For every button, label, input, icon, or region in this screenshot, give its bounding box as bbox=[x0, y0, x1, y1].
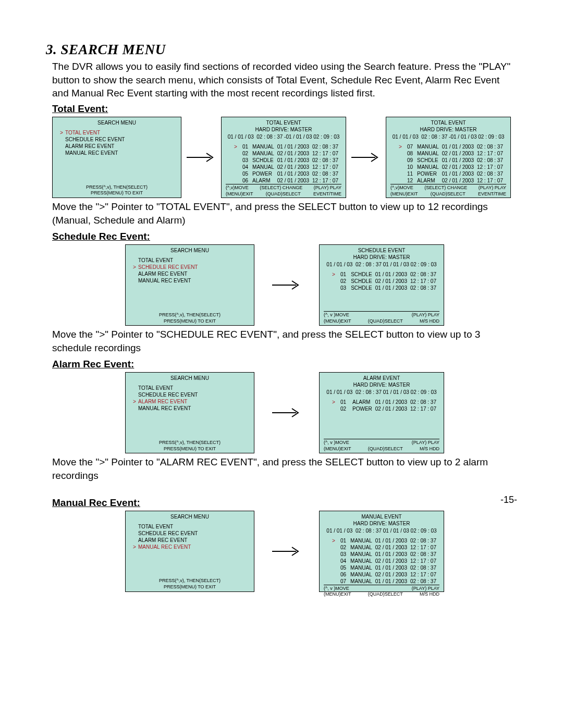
footer-cell: (^, v )MOVE bbox=[324, 586, 349, 592]
arrow-right-icon bbox=[350, 151, 382, 164]
search-menu-screen-total: SEARCH MENU >TOTAL EVENT SCHEDULE REC EV… bbox=[52, 117, 181, 198]
event-row: 11POWER01 / 01 / 200302 : 08 : 37 bbox=[399, 170, 506, 177]
menu-item: ALARM REC EVENT bbox=[133, 537, 250, 544]
search-menu-screen-alarm: SEARCH MENU TOTAL EVENT SCHEDULE REC EVE… bbox=[125, 372, 254, 453]
arrow-right-icon bbox=[186, 151, 217, 164]
screen-title: SEARCH MENU bbox=[130, 513, 250, 520]
footer-cell: M/S HDD bbox=[420, 446, 439, 452]
event-row: 02MANUAL02 / 01 / 200312 : 17 : 07 bbox=[332, 544, 439, 551]
footer-cell: (MENU)EXIT bbox=[226, 191, 253, 198]
range-end: 02 : 08 : 37 01 / 01 / 03 02 : 09 : 03 bbox=[356, 528, 437, 534]
intro-text: The DVR allows you to easily find sectio… bbox=[52, 60, 517, 100]
search-menu-screen-manual: SEARCH MENU TOTAL EVENT SCHEDULE REC EVE… bbox=[125, 511, 254, 592]
event-row: 02POWER02 / 01 / 200312 : 17 : 07 bbox=[332, 405, 439, 412]
event-row: 12ALARM02 / 01 / 200312 : 17 : 07 bbox=[399, 177, 506, 184]
section-title: 3. SEARCH MENU bbox=[46, 42, 517, 58]
event-row: 03SCHDLE01 / 01 / 200302 : 08 : 37 bbox=[332, 285, 439, 291]
heading-schedule: Schedule Rec Event: bbox=[52, 231, 517, 242]
footer-cell: (^, v )MOVE bbox=[324, 312, 349, 318]
menu-item: MANUAL REC EVENT bbox=[133, 277, 250, 284]
heading-total: Total Event: bbox=[52, 103, 517, 115]
event-row: 06MANUAL02 / 01 / 200312 : 17 : 07 bbox=[332, 571, 439, 578]
screen-title: ALARM EVENT bbox=[324, 375, 439, 381]
footer-cell: (PLAY) PLAY bbox=[314, 185, 341, 191]
event-table: >01SCHDLE01 / 01 / 200302 : 08 : 3702SCH… bbox=[332, 271, 439, 291]
screen-title: SEARCH MENU bbox=[130, 247, 250, 254]
event-row: >07MANUAL01 / 01 / 200302 : 08 : 37 bbox=[399, 143, 506, 150]
footer-cell: (SELECT) CHANGE bbox=[424, 185, 467, 191]
hard-drive-label: HARD DRIVE: MASTER bbox=[324, 254, 439, 261]
event-row: >01ALARM01 / 01 / 200302 : 08 : 37 bbox=[332, 399, 439, 405]
event-table: >01MANUAL01 / 01 / 200302 : 08 : 3702MAN… bbox=[332, 537, 439, 585]
footer-cell: (PLAY) PLAY bbox=[412, 312, 439, 318]
screen-title: SEARCH MENU bbox=[130, 375, 250, 381]
footer-cell: (QUAD)SELECT bbox=[266, 191, 301, 198]
footer-cell: (^,v)MOVE bbox=[390, 185, 413, 191]
total-event-screen-2: TOTAL EVENT HARD DRIVE: MASTER 01 / 01 /… bbox=[386, 117, 511, 198]
hard-drive-label: HARD DRIVE: MASTER bbox=[226, 126, 341, 133]
footer-cell: (QUAD)SELECT bbox=[368, 446, 403, 452]
screen-title: SCHEDULE EVENT bbox=[324, 247, 439, 254]
manual-event-screen: MANUAL EVENT HARD DRIVE: MASTER 01 / 01 … bbox=[319, 511, 444, 592]
footer-cell: (MENU)EXIT bbox=[324, 318, 351, 325]
menu-item: TOTAL EVENT bbox=[133, 257, 250, 264]
menu-item: SCHEDULE REC EVENT bbox=[60, 136, 177, 143]
range-start: 01 / 01 / 03 bbox=[326, 389, 352, 395]
range-start: 01 / 01 / 03 bbox=[326, 262, 352, 267]
range-end: 02 : 08 : 37 -01 / 01 / 03 02 : 09 : 03 bbox=[421, 134, 504, 140]
event-row: 05POWER01 / 01 / 200302 : 08 : 37 bbox=[234, 170, 341, 177]
footer-cell: M/S HDD bbox=[420, 318, 439, 325]
screen-title: MANUAL EVENT bbox=[324, 513, 439, 520]
event-table: >01ALARM01 / 01 / 200302 : 08 : 3702POWE… bbox=[332, 399, 439, 412]
arrow-right-icon bbox=[271, 406, 302, 419]
event-row: >01MANUAL01 / 01 / 200302 : 08 : 37 bbox=[234, 143, 341, 150]
event-row: 09SCHDLE01 / 01 / 200302 : 08 : 37 bbox=[399, 157, 506, 164]
menu-item: MANUAL REC EVENT bbox=[60, 150, 177, 156]
footer-cell: (PLAY) PLAY bbox=[412, 440, 439, 446]
range-start: 01 / 01 / 03 bbox=[228, 134, 254, 140]
menu-item: >SCHEDULE REC EVENT bbox=[133, 264, 250, 270]
hard-drive-label: HARD DRIVE: MASTER bbox=[324, 520, 439, 527]
arrow-right-icon bbox=[271, 279, 302, 291]
menu-item: >MANUAL REC EVENT bbox=[133, 544, 250, 550]
hint-line: PRESS(^,v), THEN(SELECT) bbox=[130, 440, 250, 446]
range-end: 02 : 08 : 37 -01 / 01 / 03 02 : 09 : 03 bbox=[256, 134, 339, 140]
hint-line: PRESS(^,v), THEN(SELECT) bbox=[57, 184, 177, 191]
hard-drive-label: HARD DRIVE: MASTER bbox=[390, 126, 506, 133]
page-number: -15- bbox=[500, 495, 517, 505]
footer-cell: (QUAD)SELECT bbox=[368, 318, 403, 325]
footer-cell: (QUAD)SELECT bbox=[368, 591, 403, 598]
hard-drive-label: HARD DRIVE: MASTER bbox=[324, 381, 439, 388]
event-row: 05MANUAL01 / 01 / 200302 : 08 : 37 bbox=[332, 564, 439, 571]
event-row: 06ALARM02 / 01 / 200312 : 17 : 07 bbox=[234, 177, 341, 184]
hint-line: PRESS(^,v), THEN(SELECT) bbox=[130, 578, 250, 584]
event-row: >01SCHDLE01 / 01 / 200302 : 08 : 37 bbox=[332, 271, 439, 278]
range-start: 01 / 01 / 03 bbox=[393, 134, 419, 140]
hint-line: PRESS(^,v), THEN(SELECT) bbox=[130, 312, 250, 318]
footer-cell: (PLAY) PLAY bbox=[479, 185, 506, 191]
heading-alarm: Alarm Rec Event: bbox=[52, 359, 517, 370]
event-row: 03SCHDLE01 / 01 / 200302 : 08 : 37 bbox=[234, 157, 341, 164]
footer-cell: (SELECT) CHANGE bbox=[260, 185, 302, 191]
footer-cell: (MENU)EXIT bbox=[324, 446, 351, 452]
arrow-right-icon bbox=[271, 545, 302, 558]
event-row: 04MANUAL02 / 01 / 200312 : 17 : 07 bbox=[234, 164, 341, 170]
menu-item: TOTAL EVENT bbox=[133, 385, 250, 391]
desc-schedule: Move the ">" Pointer to "SCHEDULE REC EV… bbox=[52, 328, 517, 354]
footer-cell: (MENU)EXIT bbox=[390, 191, 418, 198]
schedule-event-screen: SCHEDULE EVENT HARD DRIVE: MASTER 01 / 0… bbox=[319, 244, 444, 326]
event-table: >07MANUAL01 / 01 / 200302 : 08 : 3708MAN… bbox=[399, 143, 506, 184]
footer-cell: (^, v )MOVE bbox=[324, 440, 349, 446]
range-end: 02 : 08 : 37 01 / 01 / 03 02 : 09 : 03 bbox=[356, 389, 437, 395]
menu-item: TOTAL EVENT bbox=[133, 523, 250, 530]
menu-item: >ALARM REC EVENT bbox=[133, 398, 250, 405]
heading-manual: Manual Rec Event: bbox=[52, 497, 517, 509]
hint-line: PRESS(MENU) TO EXIT bbox=[130, 584, 250, 590]
footer-cell: (^,v)MOVE bbox=[226, 185, 249, 191]
alarm-event-screen: ALARM EVENT HARD DRIVE: MASTER 01 / 01 /… bbox=[319, 372, 444, 453]
search-menu-screen-schedule: SEARCH MENU TOTAL EVENT >SCHEDULE REC EV… bbox=[125, 244, 254, 326]
hint-line: PRESS(MENU) TO EXIT bbox=[130, 318, 250, 325]
range-end: 02 : 08 : 37 01 / 01 / 03 02 : 09 : 03 bbox=[356, 262, 437, 267]
desc-total: Move the ">" Pointer to "TOTAL EVENT", a… bbox=[52, 200, 517, 227]
menu-item: ALARM REC EVENT bbox=[60, 143, 177, 150]
